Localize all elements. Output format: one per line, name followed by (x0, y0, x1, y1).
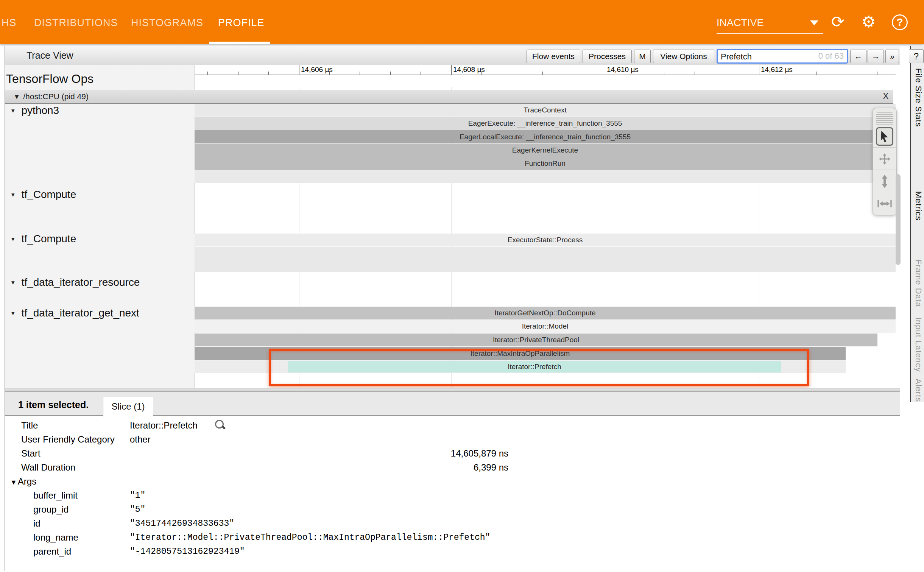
detail-label: Title (21, 420, 38, 431)
detail-label: buffer_limit (33, 490, 78, 501)
detail-row-long_name: long_name"Iterator::Model::PrivateThread… (5, 530, 900, 544)
detail-value: "345174426934833633" (130, 519, 234, 528)
toolbar-button-view-options[interactable]: View Options (653, 50, 714, 63)
detail-label: long_name (33, 532, 78, 543)
thread-group-tf_data_iterator_resource[interactable]: ▾tf_data_iterator_resource (11, 276, 140, 288)
detail-label[interactable]: ▼Args (10, 476, 36, 487)
palette-tool-cursor-icon[interactable] (873, 125, 896, 148)
trace-tool-palette (873, 108, 897, 215)
collapse-caret-icon[interactable]: ▾ (11, 107, 15, 115)
ruler-major-tick (451, 65, 452, 75)
sidebar-tab-frame-data[interactable]: Frame Data (912, 259, 923, 307)
palette-grip-handle[interactable] (876, 111, 893, 125)
tab-profile[interactable]: PROFILE (218, 15, 265, 30)
detail-label: Start (21, 448, 41, 459)
toolbar-button-flow-events[interactable]: Flow events (527, 50, 580, 63)
collapse-caret-icon[interactable]: ▾ (11, 309, 15, 317)
tensorboard-profile-page: INACTIVE ? Trace View Flow eventsProcess… (0, 0, 924, 572)
toolbar-button-m[interactable]: M (634, 50, 651, 63)
sidebar-tab-input-latency[interactable]: Input Latency (912, 317, 923, 372)
collapse-caret-icon[interactable]: ▾ (15, 92, 19, 101)
ruler-tick-label: 14,606 µs (301, 65, 333, 74)
detail-label: Wall Duration (21, 462, 75, 473)
trace-event-eagerexecute[interactable]: EagerExecute: __inference_train_function… (195, 117, 896, 130)
status-dropdown[interactable]: INACTIVE (717, 15, 764, 30)
detail-value: other (130, 434, 151, 445)
collapse-caret-icon[interactable]: ▾ (11, 235, 15, 243)
help-icon[interactable]: ? (892, 14, 908, 30)
tab-histograms[interactable]: HISTOGRAMS (131, 15, 203, 30)
thread-group-tf_Compute[interactable]: ▾tf_Compute (11, 189, 76, 201)
tab-slice[interactable]: Slice (1) (103, 397, 153, 417)
thread-group-tf_data_iterator_get_next[interactable]: ▾tf_data_iterator_get_next (11, 307, 139, 319)
sidebar-tab-file-size-stats[interactable]: File Size Stats (912, 68, 923, 127)
selection-summary: 1 item selected. (18, 399, 89, 410)
palette-tool-selected-frame (876, 127, 893, 146)
collapse-caret-icon[interactable]: ▾ (11, 279, 15, 287)
detail-label: User Friendly Category (21, 434, 115, 445)
magnifier-icon[interactable] (215, 420, 224, 429)
trace-event-empty[interactable] (195, 247, 896, 272)
device-group-label: /host:CPU (pid 49) (23, 92, 89, 101)
trace-help-button[interactable]: ? (909, 49, 924, 63)
gear-icon[interactable]: ⚙ (862, 14, 876, 30)
ruler-baseline (195, 75, 896, 75)
trace-search-box: 0 of 63 (717, 49, 848, 64)
tab-distributions[interactable]: DISTRIBUTIONS (34, 15, 118, 30)
panel-splitter[interactable] (5, 388, 900, 392)
trace-event-iterator[interactable]: Iterator::Model (195, 320, 896, 333)
palette-tool-v-expand-icon[interactable] (873, 170, 896, 192)
window-border-bottom (5, 571, 900, 571)
collapse-caret-icon[interactable]: ▾ (11, 191, 15, 199)
trace-event-executorstate[interactable]: ExecutorState::Process (195, 234, 896, 246)
trace-event-iteratorgetnextop[interactable]: IteratorGetNextOp::DoCompute (195, 307, 896, 320)
search-nav-next[interactable]: → (868, 50, 884, 63)
thread-group-label: tf_Compute (22, 189, 76, 200)
thread-group-tf_Compute[interactable]: ▾tf_Compute (11, 233, 76, 245)
detail-row-args: ▼Args (5, 474, 900, 488)
detail-row-wall-duration: Wall Duration6,399 ns (5, 460, 900, 474)
detail-label: id (33, 518, 41, 529)
trace-event-functionrun[interactable]: FunctionRun (195, 157, 896, 170)
thread-group-label: tf_data_iterator_resource (22, 276, 140, 288)
tensorflow-ops-title: TensorFlow Ops (6, 72, 93, 86)
device-group-header[interactable]: ▾ /host:CPU (pid 49) (5, 90, 893, 104)
collapse-triangle-icon[interactable]: ▼ (10, 478, 17, 486)
search-nav-prev[interactable]: ← (850, 50, 866, 63)
detail-value: 14,605,879 ns (130, 448, 508, 459)
trace-event-empty[interactable] (195, 170, 896, 183)
refresh-icon[interactable]: ⟳ (831, 14, 845, 30)
detail-row-buffer_limit: buffer_limit"1" (5, 488, 900, 502)
vertical-scrollbar-thumb[interactable] (896, 174, 901, 265)
detail-row-parent_id: parent_id"-1428057513162923419" (5, 544, 900, 558)
sidebar-tab-metrics[interactable]: Metrics (912, 191, 923, 221)
tab-hs[interactable]: HS (2, 15, 17, 30)
search-nav-more[interactable]: » (885, 50, 899, 63)
thread-group-python3[interactable]: ▾python3 (11, 104, 59, 117)
thread-group-label: tf_data_iterator_get_next (22, 307, 139, 319)
close-track-group-button[interactable]: X (883, 91, 889, 101)
active-tab-underline (209, 42, 270, 44)
trace-event-eagerlocalexecute[interactable]: EagerLocalExecute: __inference_train_fun… (195, 130, 896, 143)
thread-group-label: python3 (22, 104, 59, 116)
detail-label: group_id (33, 504, 69, 515)
ruler-major-tick (605, 65, 605, 75)
status-dropdown-underline (717, 33, 823, 34)
palette-tool-move-icon[interactable] (873, 147, 896, 170)
detail-row-title: TitleIterator::Prefetch (5, 418, 900, 432)
sidebar-tab-alerts[interactable]: Alerts (912, 379, 923, 402)
trace-event-iterator[interactable]: Iterator::PrivateThreadPool (195, 334, 877, 346)
ruler-tick-label: 14,612 µs (761, 65, 793, 74)
detail-value: "-1428057513162923419" (130, 547, 245, 556)
detail-row-id: id"345174426934833633" (5, 516, 900, 530)
toolbar-button-processes[interactable]: Processes (583, 50, 632, 63)
detail-value: Iterator::Prefetch (130, 420, 198, 431)
detail-value: "5" (130, 505, 145, 514)
palette-tool-h-fit-icon[interactable] (873, 192, 896, 215)
detail-value: 6,399 ns (130, 462, 508, 473)
search-input[interactable] (720, 50, 812, 63)
chevron-down-icon[interactable] (810, 20, 818, 25)
trace-event-tracecontext[interactable]: TraceContext (195, 104, 896, 117)
ruler-tick-label: 14,608 µs (453, 65, 485, 74)
trace-event-eagerkernelexecute[interactable]: EagerKernelExecute (195, 144, 896, 157)
